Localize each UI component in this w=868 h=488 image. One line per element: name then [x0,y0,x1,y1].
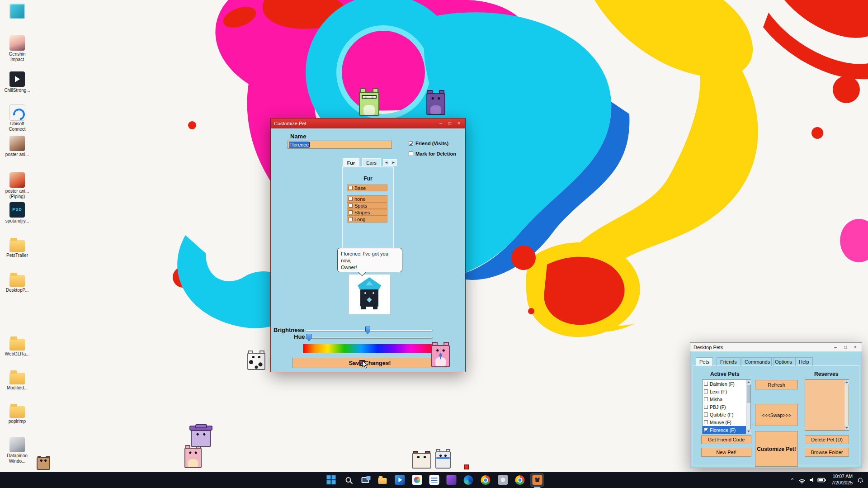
taskbar-center [324,472,544,488]
close-button[interactable]: × [456,120,462,127]
brightness-slider-thumb[interactable] [365,327,370,334]
pet-preview[interactable] [349,275,390,314]
friend-visits-checkbox[interactable]: Friend (Visits) [409,141,448,146]
scroll-down-icon[interactable] [844,426,849,430]
tab-ears[interactable]: Ears [362,158,381,166]
fur-option-base[interactable]: Base [347,185,387,191]
minimize-button[interactable]: – [832,344,839,351]
scrollbar-thumb[interactable] [747,385,750,403]
pet-list-item-pbj[interactable]: PBJ (F) [703,403,746,411]
desktop-pet-purple-cat[interactable] [426,90,445,115]
media-app-button[interactable] [393,473,407,487]
file-explorer-button[interactable] [376,473,390,487]
notification-center-button[interactable] [856,476,864,484]
tab-scroll-right-icon[interactable]: ► [390,159,397,166]
tab-help[interactable]: Help [795,357,813,366]
desktop-icon-modified[interactable]: Modified... [3,369,32,391]
pet-list-item-quibble[interactable]: Quibble (F) [703,411,746,418]
edge-button[interactable] [462,473,476,487]
desktop-pet-hat-cat[interactable] [191,427,211,447]
desktop-icon-ubisoft-connect[interactable]: Ubisoft Connect [3,105,32,132]
desktop-pet-white-cat[interactable] [435,449,451,469]
browse-folder-button[interactable]: Browse Folder [805,448,849,457]
save-changes-button[interactable]: Save Changes! [292,358,447,368]
task-view-button[interactable] [359,473,373,487]
hue-slider-thumb[interactable] [307,334,311,341]
list-scrollbar[interactable] [746,380,750,434]
tab-options[interactable]: Options [771,357,796,366]
image-thumbnail-icon [9,172,25,188]
document-app-button[interactable] [427,473,441,487]
mark-for-deletion-checkbox[interactable]: Mark for Deletion [409,151,456,156]
brightness-slider[interactable] [305,330,433,332]
desktop-icon-poster-ani-piping[interactable]: poster ani... (Piping) [3,172,32,199]
pet-name-input[interactable]: Florence [288,141,392,149]
reserves-scrollbar[interactable] [844,380,849,430]
pets-window-titlebar[interactable]: Desktop Pets – □ × [690,343,862,352]
desktop-icon-petstrailer[interactable]: PetsTrailer [3,237,32,258]
desktop-icon-chillstrong[interactable]: ChillStrong... [3,71,32,93]
tray-chevron-icon[interactable]: ^ [790,477,794,483]
pet-list-item-florence-selected[interactable]: Florence (F) [703,426,746,434]
desktop-pet-dalmatian[interactable] [247,350,265,370]
tray-status-icons[interactable] [798,476,828,483]
desktop-pet-green-cat[interactable] [359,88,379,116]
fur-option-stripes[interactable]: Stripes [347,209,387,216]
tab-commands[interactable]: Commands [741,357,774,366]
desktop-icon-app[interactable] [3,4,32,20]
desktop-icon-desktopp[interactable]: DesktopP... [3,271,32,293]
chrome-profile-button[interactable] [513,473,527,487]
new-pet-button[interactable]: New Pet! [701,448,751,457]
tab-scroll-left-icon[interactable]: ◄ [383,159,390,166]
psd-file-icon: PSD [9,202,25,218]
desktop-pets-window: Desktop Pets – □ × Pets Friends Commands… [690,342,862,468]
name-label: Name [290,133,306,140]
desktop-pet-dog[interactable] [412,450,431,469]
pet-list-item-lexii[interactable]: Lexii (F) [703,388,746,395]
tab-pets[interactable]: Pets [696,357,713,366]
maximize-button[interactable]: □ [842,344,849,351]
scroll-down-icon[interactable] [746,429,751,434]
desktop-icon-popirimp[interactable]: popirimp [3,403,32,424]
desktop-pet-striped-cat[interactable] [184,445,202,468]
get-friend-code-button[interactable]: Get Friend Code [701,435,751,444]
fur-option-none[interactable]: none [347,195,387,202]
gray-app-button[interactable] [496,473,510,487]
hue-slider[interactable] [305,337,433,339]
fur-option-spots[interactable]: Spots [347,202,387,209]
fur-panel-title: Fur [343,175,393,182]
notification-bell-icon [857,477,863,483]
scroll-up-icon[interactable] [844,380,849,384]
customize-window-titlebar[interactable]: Customize Pet – □ × [271,118,465,128]
start-button[interactable] [324,473,338,487]
desktop-pet-pink-cat[interactable] [431,341,450,367]
minimize-button[interactable]: – [438,120,444,127]
close-button[interactable]: × [852,344,859,351]
chrome-button[interactable] [479,473,493,487]
pet-toy[interactable] [464,464,469,469]
search-button[interactable] [341,473,355,487]
purple-app-button[interactable] [444,473,458,487]
pet-list-item-misha[interactable]: Misha [703,395,746,403]
desktop-icon-genshin-impact[interactable]: Genshin Impact [3,35,32,62]
tab-friends[interactable]: Friends [717,357,741,366]
photos-app-button[interactable] [410,473,424,487]
swap-button[interactable]: <<<Swap>>> [755,404,798,426]
taskbar-clock[interactable]: 10:07 AM 7/20/2025 [831,474,853,486]
desktop-pet-brown[interactable] [37,455,50,470]
desktop-icon-datapinoo[interactable]: Datapinoo Windo... [3,437,32,464]
delete-pet-button[interactable]: Delete Pet (D) [805,435,849,444]
scroll-up-icon[interactable] [746,380,751,384]
customize-pet-button[interactable]: Customize Pet! [755,431,798,467]
desktop-icon-webglra[interactable]: WebGLRa... [3,335,32,357]
desktop-pets-app-button[interactable] [530,473,544,487]
desktop-icon-spotandjiy[interactable]: PSD spotandjiy... [3,202,32,224]
maximize-button[interactable]: □ [447,120,453,127]
reserves-list[interactable] [805,379,849,431]
pet-list-item-mauve[interactable]: Mauve (F) [703,418,746,426]
pet-list-item-dalmien[interactable]: Dalmien (F) [703,380,746,388]
refresh-button[interactable]: Refresh [755,380,798,389]
fur-option-long[interactable]: Long [347,216,387,223]
desktop-icon-poster-ani[interactable]: poster ani... [3,136,32,157]
tab-fur[interactable]: Fur [343,158,359,166]
